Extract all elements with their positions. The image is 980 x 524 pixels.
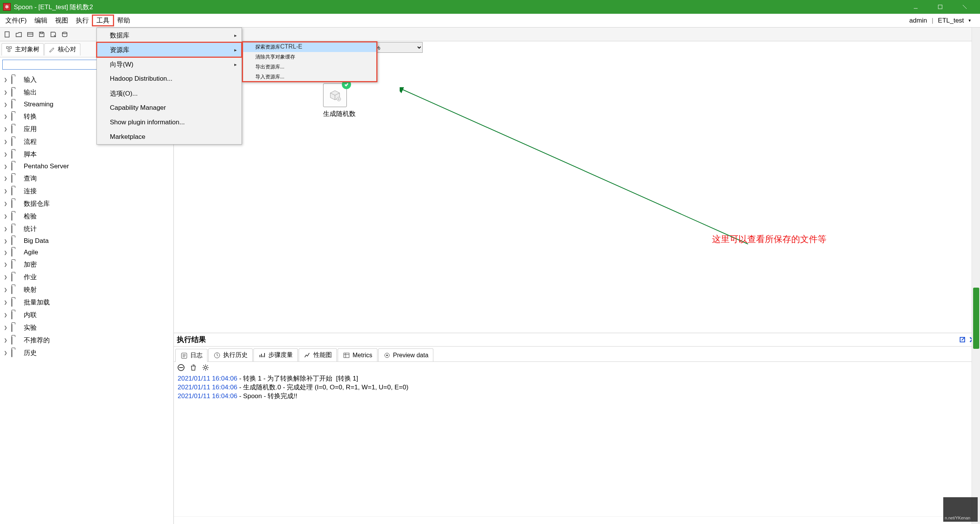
log-line-2: 2021/01/11 16:04:06 - Spoon - 转换完成!! (178, 392, 976, 400)
results-tab-icon (304, 352, 311, 359)
maximize-button[interactable] (928, 0, 952, 14)
tree-item-label: 数据仓库 (24, 199, 50, 208)
popout-icon[interactable] (958, 335, 967, 344)
submenu-item-label: 导出资源库... (255, 64, 284, 70)
clear-log-icon[interactable] (177, 363, 185, 372)
page-vertical-scrollbar[interactable] (972, 28, 980, 524)
tools-menu-item-4[interactable]: 选项(O)... (97, 86, 242, 101)
watermark: n.net/YKenan (943, 497, 978, 522)
tree-item-19[interactable]: ❯ 内联 (0, 309, 173, 321)
chevron-right-icon: ❯ (4, 275, 8, 280)
results-header: 执行结果 (174, 333, 980, 347)
step-node-label: 生成随机数 (323, 109, 356, 118)
menu-help[interactable]: 帮助 (113, 15, 134, 26)
close-button[interactable] (952, 0, 977, 14)
tree-item-8[interactable]: ❯ 查询 (0, 172, 173, 185)
right-pane: 100% 生成随机数 (174, 41, 980, 524)
tools-menu-item-6[interactable]: Show plugin information... (97, 115, 242, 130)
menu-file[interactable]: 文件(F) (2, 15, 31, 26)
results-tab-4[interactable]: Metrics (338, 348, 377, 361)
svg-rect-9 (7, 47, 8, 49)
tb-new-icon[interactable] (2, 29, 12, 39)
results-tab-5[interactable]: Preview data (378, 348, 434, 361)
tree-item-22[interactable]: ❯ 历史 (0, 347, 173, 359)
tree-item-11[interactable]: ❯ 检验 (0, 210, 173, 223)
chevron-right-icon: ❯ (4, 312, 8, 317)
tree-item-17[interactable]: ❯ 映射 (0, 283, 173, 296)
tree-item-6[interactable]: ❯ 脚本 (0, 148, 173, 161)
chevron-right-icon: ❯ (4, 262, 8, 267)
step-node[interactable]: 生成随机数 (323, 83, 356, 118)
results-tab-2[interactable]: 步骤度量 (253, 348, 298, 361)
tb-save-icon[interactable] (37, 29, 47, 39)
tab-core-objects[interactable]: 核心对 (44, 43, 80, 55)
repo-submenu-item-3[interactable]: 导入资源库... (242, 72, 377, 82)
tb-db-icon[interactable] (60, 29, 70, 39)
trash-icon[interactable] (189, 363, 198, 372)
svg-line-13 (402, 89, 748, 244)
tools-menu-item-2[interactable]: 向导(W) (97, 57, 242, 72)
tree-item-label: Streaming (24, 101, 53, 108)
folder-icon (11, 312, 20, 319)
tree-item-label: 加密 (24, 260, 37, 269)
tools-menu-item-3[interactable]: Hadoop Distribution... (97, 72, 242, 86)
watermark-text: n.net/YKenan (945, 516, 970, 520)
log-horizontal-scrollbar[interactable] (174, 516, 980, 524)
repo-submenu-item-2[interactable]: 导出资源库... (242, 62, 377, 72)
results-tab-label: 执行历史 (223, 351, 248, 359)
tree-item-9[interactable]: ❯ 连接 (0, 185, 173, 197)
tb-open-icon[interactable] (14, 29, 24, 39)
folder-icon (11, 163, 20, 170)
canvas[interactable]: 100% 生成随机数 (174, 41, 980, 333)
settings-icon[interactable] (201, 363, 210, 372)
tree-item-10[interactable]: ❯ 数据仓库 (0, 197, 173, 210)
tree-item-7[interactable]: ❯ Pentaho Server (0, 161, 173, 172)
tree-item-14[interactable]: ❯ Agile (0, 247, 173, 258)
results-tab-3[interactable]: 性能图 (299, 348, 337, 361)
tb-saveas-icon[interactable] (48, 29, 58, 39)
svg-point-8 (62, 32, 67, 34)
tools-menu-item-7[interactable]: Marketplace (97, 130, 242, 144)
chevron-right-icon: ❯ (4, 214, 8, 219)
menu-tools[interactable]: 工具 (93, 15, 113, 26)
chevron-right-icon (234, 46, 237, 54)
tree-item-12[interactable]: ❯ 统计 (0, 223, 173, 235)
repo-submenu-item-0[interactable]: 探索资源库CTRL-E (242, 42, 377, 52)
tree-item-21[interactable]: ❯ 不推荐的 (0, 334, 173, 347)
log-message: - Spoon - 转换完成!! (237, 392, 297, 400)
repo-submenu-item-1[interactable]: 清除共享对象缓存 (242, 52, 377, 62)
minimize-button[interactable] (903, 0, 928, 14)
svg-rect-4 (5, 32, 9, 37)
results-tab-0[interactable]: 日志 (175, 349, 207, 362)
tree-item-13[interactable]: ❯ Big Data (0, 235, 173, 247)
folder-icon (11, 101, 20, 108)
scrollbar-thumb[interactable] (973, 288, 979, 349)
connection-indicator[interactable]: admin | ETL_test ▼ (909, 17, 978, 24)
tb-explore-icon[interactable] (25, 29, 35, 39)
tree-icon (6, 46, 13, 53)
menu-run[interactable]: 执行 (72, 15, 93, 26)
svg-point-27 (386, 355, 388, 356)
tools-menu-item-1[interactable]: 资源库 (97, 42, 242, 57)
menu-view[interactable]: 视图 (51, 15, 72, 26)
menu-item-label: 向导(W) (110, 60, 133, 69)
tree-item-18[interactable]: ❯ 批量加载 (0, 296, 173, 309)
menu-edit[interactable]: 编辑 (31, 15, 51, 26)
window-controls (903, 0, 977, 14)
menu-item-label: 数据库 (110, 31, 129, 40)
folder-icon (11, 337, 20, 344)
folder-icon (11, 238, 20, 244)
tree-item-20[interactable]: ❯ 实验 (0, 321, 173, 334)
log-timestamp: 2021/01/11 16:04:06 (178, 384, 237, 391)
folder-icon (11, 200, 20, 207)
log-body[interactable]: 2021/01/11 16:04:06 - 转换 1 - 为了转换解除补丁开始 … (174, 373, 980, 516)
tools-menu-item-5[interactable]: Capability Manager (97, 101, 242, 115)
log-message: - 生成随机数.0 - 完成处理 (I=0, O=0, R=1, W=1, U=… (237, 384, 408, 391)
tree-item-15[interactable]: ❯ 加密 (0, 258, 173, 271)
tree-item-label: 统计 (24, 225, 37, 233)
chevron-right-icon (234, 31, 237, 39)
tab-main-tree[interactable]: 主对象树 (2, 43, 44, 55)
tools-menu-item-0[interactable]: 数据库 (97, 28, 242, 42)
results-tab-1[interactable]: 执行历史 (208, 348, 253, 361)
tree-item-16[interactable]: ❯ 作业 (0, 271, 173, 283)
